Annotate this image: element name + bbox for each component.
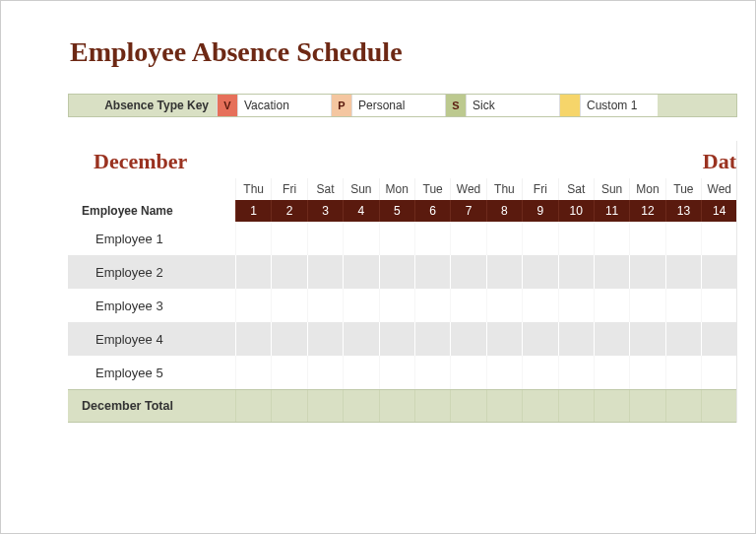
date-num-cell: 9 — [522, 200, 557, 222]
absence-cell[interactable] — [271, 356, 306, 389]
total-cell — [450, 390, 485, 422]
absence-cell[interactable] — [701, 222, 736, 255]
absence-cell[interactable] — [450, 289, 485, 322]
absence-cell[interactable] — [522, 356, 557, 389]
absence-cell[interactable] — [522, 222, 557, 255]
absence-cell[interactable] — [307, 356, 343, 389]
absence-cell[interactable] — [414, 356, 450, 389]
absence-cell[interactable] — [665, 356, 701, 389]
absence-cell[interactable] — [665, 289, 701, 322]
absence-cell[interactable] — [665, 322, 701, 356]
absence-cell[interactable] — [271, 322, 306, 356]
absence-cell[interactable] — [701, 255, 736, 289]
absence-cell[interactable] — [235, 356, 271, 389]
absence-cell[interactable] — [235, 222, 271, 255]
absence-cell[interactable] — [629, 289, 664, 322]
total-cell — [379, 390, 414, 422]
legend-item: PPersonal — [331, 95, 445, 116]
absence-cell[interactable] — [307, 222, 343, 255]
absence-cell[interactable] — [665, 255, 701, 289]
absence-cell[interactable] — [486, 289, 522, 322]
date-num-cell: 8 — [486, 200, 522, 222]
date-num-cell: 2 — [271, 200, 306, 222]
day-abbr-cell: Thu — [235, 178, 271, 200]
day-abbr-cell: Sat — [307, 178, 343, 200]
day-abbr-cell: Sun — [594, 178, 629, 200]
absence-cell[interactable] — [665, 222, 701, 255]
absence-cell[interactable] — [629, 356, 664, 389]
absence-cell[interactable] — [343, 222, 378, 255]
absence-cell[interactable] — [379, 322, 414, 356]
absence-cell[interactable] — [450, 255, 485, 289]
absence-cell[interactable] — [486, 255, 522, 289]
absence-cell[interactable] — [235, 322, 271, 356]
total-cell — [701, 390, 736, 422]
date-num-cell: 7 — [450, 200, 485, 222]
schedule-sheet: December Dat ThuFriSatSunMonTueWedThuFri… — [68, 141, 737, 423]
absence-cell[interactable] — [594, 222, 629, 255]
absence-cell[interactable] — [594, 322, 629, 356]
absence-cell[interactable] — [343, 356, 378, 389]
employee-row: Employee 1 — [68, 222, 736, 255]
absence-cell[interactable] — [558, 289, 594, 322]
absence-cell[interactable] — [558, 222, 594, 255]
absence-cell[interactable] — [486, 356, 522, 389]
absence-cell[interactable] — [235, 289, 271, 322]
absence-cell[interactable] — [414, 322, 450, 356]
employee-name-cell[interactable]: Employee 4 — [68, 322, 235, 356]
employee-name-cell[interactable]: Employee 3 — [68, 289, 235, 322]
absence-cell[interactable] — [271, 289, 306, 322]
employee-name-cell[interactable]: Employee 1 — [68, 222, 235, 255]
absence-cell[interactable] — [594, 289, 629, 322]
absence-cell[interactable] — [701, 289, 736, 322]
absence-cell[interactable] — [701, 356, 736, 389]
legend-text: Sick — [467, 95, 559, 116]
date-num-cell: 12 — [629, 200, 664, 222]
absence-cell[interactable] — [379, 222, 414, 255]
absence-cell[interactable] — [307, 255, 343, 289]
legend-text: Vacation — [238, 95, 331, 116]
absence-cell[interactable] — [343, 289, 378, 322]
absence-cell[interactable] — [235, 255, 271, 289]
absence-cell[interactable] — [271, 255, 306, 289]
absence-cell[interactable] — [522, 255, 557, 289]
absence-cell[interactable] — [450, 222, 485, 255]
absence-cell[interactable] — [558, 356, 594, 389]
absence-cell[interactable] — [379, 255, 414, 289]
absence-cell[interactable] — [307, 322, 343, 356]
day-abbr-cell: Wed — [450, 178, 485, 200]
absence-cell[interactable] — [629, 222, 664, 255]
absence-cell[interactable] — [414, 289, 450, 322]
absence-cell[interactable] — [629, 255, 664, 289]
absence-cell[interactable] — [486, 222, 522, 255]
absence-cell[interactable] — [629, 322, 664, 356]
absence-cell[interactable] — [594, 255, 629, 289]
absence-cell[interactable] — [414, 222, 450, 255]
legend-text: Custom 1 — [581, 95, 658, 116]
absence-cell[interactable] — [343, 255, 378, 289]
absence-cell[interactable] — [558, 322, 594, 356]
absence-cell[interactable] — [414, 255, 450, 289]
day-abbr-spacer — [68, 178, 235, 200]
absence-cell[interactable] — [379, 289, 414, 322]
absence-cell[interactable] — [379, 356, 414, 389]
absence-cell[interactable] — [701, 322, 736, 356]
absence-cell[interactable] — [594, 356, 629, 389]
employee-name-cell[interactable]: Employee 2 — [68, 255, 235, 289]
absence-cell[interactable] — [486, 322, 522, 356]
absence-cell[interactable] — [558, 255, 594, 289]
total-cell — [307, 390, 343, 422]
absence-cell[interactable] — [271, 222, 306, 255]
employee-name-cell[interactable]: Employee 5 — [68, 356, 235, 389]
absence-cell[interactable] — [522, 322, 557, 356]
employee-row: Employee 4 — [68, 322, 736, 356]
legend-swatch: P — [331, 95, 352, 116]
absence-cell[interactable] — [450, 322, 485, 356]
absence-cell[interactable] — [307, 289, 343, 322]
date-num-cell: 13 — [665, 200, 701, 222]
absence-cell[interactable] — [450, 356, 485, 389]
date-num-cell: 11 — [594, 200, 629, 222]
absence-cell[interactable] — [343, 322, 378, 356]
day-abbr-cell: Wed — [701, 178, 736, 200]
absence-cell[interactable] — [522, 289, 557, 322]
